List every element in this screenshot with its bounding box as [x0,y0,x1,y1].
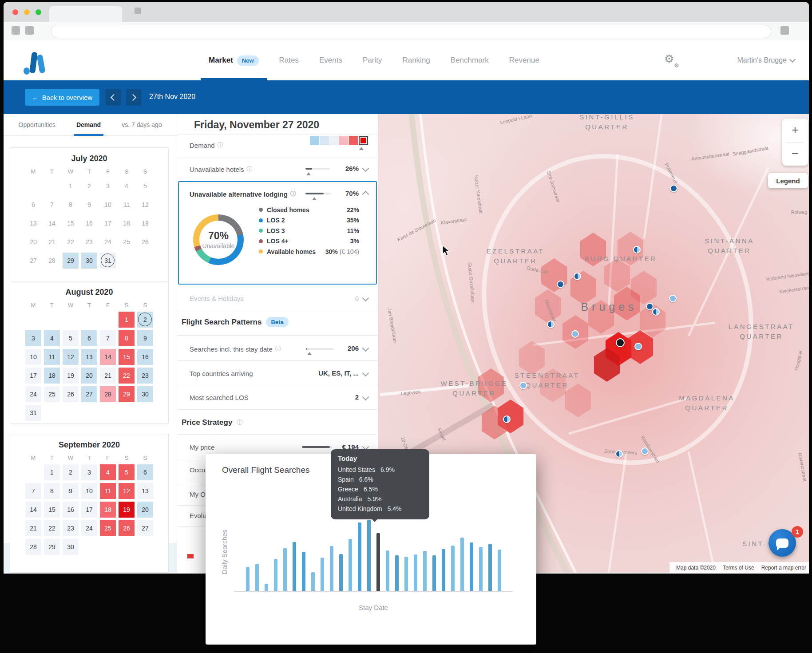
calendar-day[interactable]: 26 [63,386,79,402]
map-legend-button[interactable]: Legend [768,173,808,188]
calendar-day[interactable]: 13 [25,215,41,231]
calendar-day[interactable]: 3 [100,178,116,194]
next-day-button[interactable] [126,89,141,106]
calendar-day[interactable]: 25 [119,234,135,250]
browser-back-icon[interactable] [12,26,20,35]
calendar-day[interactable]: 6 [81,330,97,346]
info-icon[interactable]: ⓘ [237,419,242,427]
traffic-light-zoom-button[interactable] [36,9,41,15]
map-attribution-link[interactable]: Terms of Use [723,565,754,571]
calendar-day[interactable]: 30 [137,386,153,402]
bar[interactable] [265,584,268,591]
bar[interactable] [404,557,408,591]
calendar-day[interactable]: 15 [63,215,79,231]
traffic-light-close-button[interactable] [12,9,18,15]
browser-menu-icon[interactable] [780,26,789,35]
calendar-day[interactable]: 29 [44,539,60,555]
bar[interactable] [330,546,333,591]
bar[interactable] [470,542,473,591]
calendar-day[interactable]: 16 [137,349,153,365]
calendar-day[interactable]: 17 [81,502,97,518]
calendar-day[interactable]: 19 [63,368,79,384]
zoom-in-button[interactable]: + [782,119,808,142]
calendar-day[interactable]: 24 [100,234,116,250]
calendar-day[interactable]: 28 [25,539,41,555]
calendar-day[interactable]: 19 [119,502,135,518]
calendar-day[interactable]: 2 [137,312,153,328]
calendar-day[interactable]: 27 [137,520,153,536]
calendar-day[interactable]: 6 [137,464,153,480]
new-tab-icon[interactable] [135,8,141,14]
info-icon[interactable]: ⓘ [275,345,281,353]
calendar-day[interactable]: 23 [81,234,97,250]
demand-scale-swatch[interactable] [329,136,339,145]
browser-tab[interactable] [49,6,122,22]
calendar-day[interactable]: 1 [63,178,79,194]
calendar-day[interactable]: 22 [119,368,135,384]
hotel-marker[interactable] [574,273,581,280]
bar[interactable] [414,554,417,591]
bar[interactable] [460,538,464,591]
calendar-day[interactable]: 3 [25,330,41,346]
hotel-marker[interactable] [503,416,511,423]
hotel-marker[interactable] [615,450,623,458]
bar[interactable] [339,554,343,591]
calendar-day[interactable]: 1 [119,312,135,328]
calendar-day[interactable]: 13 [137,483,153,499]
hotel-marker[interactable] [652,308,660,316]
calendar-day[interactable]: 4 [44,330,60,346]
bar[interactable] [423,551,427,591]
nav-tab-rates[interactable]: Rates [279,40,299,80]
calendar-day[interactable]: 20 [137,502,153,518]
calendar-day[interactable]: 5 [63,330,79,346]
calendar-day[interactable]: 29 [119,386,135,402]
calendar-day[interactable]: 26 [119,520,135,536]
nav-tab-revenue[interactable]: Revenue [509,40,539,80]
bar[interactable] [367,520,371,591]
info-icon[interactable]: ⓘ [247,165,253,173]
calendar-day[interactable]: 30 [81,253,97,269]
back-to-overview-button[interactable]: ← Back to overview [25,89,99,106]
calendar-day[interactable]: 24 [25,386,41,402]
calendar-day[interactable]: 16 [63,502,79,518]
calendar-day[interactable]: 15 [44,502,60,518]
bar[interactable] [358,522,361,591]
hotel-marker[interactable] [557,281,564,288]
bar[interactable] [442,549,445,591]
bar[interactable] [274,559,277,591]
calendar-day[interactable]: 12 [119,483,135,499]
calendar-day[interactable]: 11 [44,349,60,365]
calendar-day[interactable]: 13 [81,349,97,365]
bar[interactable] [311,572,315,591]
calendar-day[interactable]: 22 [63,234,79,250]
bar[interactable] [451,546,455,591]
calendar-day[interactable]: 11 [100,483,116,499]
calendar-day[interactable]: 26 [137,234,153,250]
demand-scale-swatch[interactable] [320,136,329,145]
calendar-day[interactable]: 27 [25,253,41,269]
calendar-day[interactable]: 6 [25,197,41,213]
browser-forward-icon[interactable] [25,26,34,35]
calendar-day[interactable]: 15 [119,349,135,365]
bar[interactable] [293,542,296,591]
bar[interactable] [488,544,492,591]
demand-scale-swatch[interactable] [339,136,349,145]
sidebar-tab-demand[interactable]: Demand [76,114,101,136]
bar[interactable] [349,539,352,591]
nav-tab-parity[interactable]: Parity [363,40,382,80]
calendar-day[interactable]: 18 [119,215,135,231]
nav-tab-events[interactable]: Events [319,40,342,80]
bar[interactable] [498,550,501,591]
demand-scale-swatch[interactable] [359,136,368,145]
calendar-day[interactable]: 25 [44,386,60,402]
calendar-day[interactable]: 1 [44,464,60,480]
calendar-day[interactable]: 16 [81,215,97,231]
hotel-marker[interactable] [670,185,677,192]
hotel-marker[interactable] [669,295,677,302]
calendar-day[interactable]: 11 [119,197,135,213]
calendar-day[interactable]: 31 [25,405,41,421]
calendar-day[interactable]: 22 [44,520,60,536]
url-bar[interactable] [51,25,771,38]
bar[interactable] [283,548,287,591]
calendar-day[interactable]: 21 [25,520,41,536]
